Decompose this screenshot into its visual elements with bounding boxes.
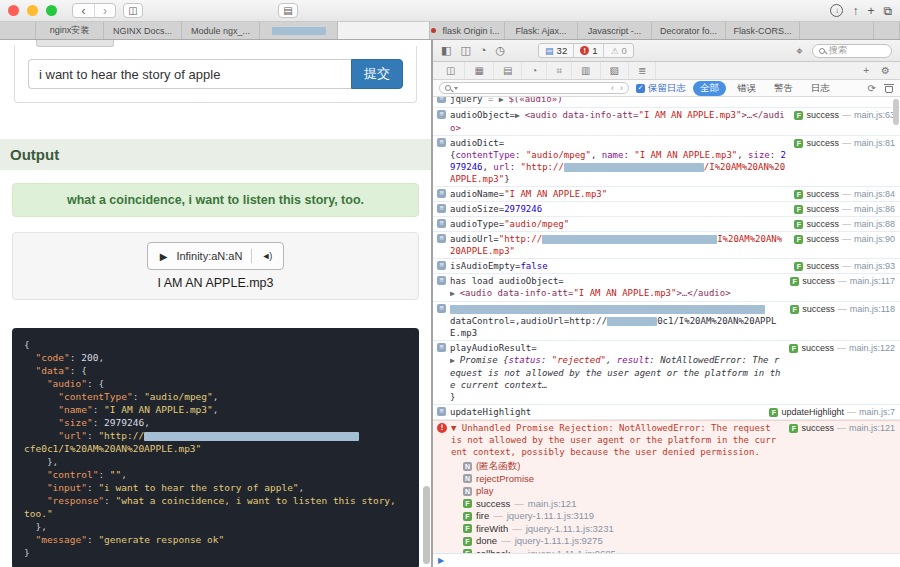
stack-frame[interactable]: FfireWith—jquery-1.11.1.js:3231 <box>463 523 781 536</box>
network-tab-icon[interactable]: ▦ <box>465 62 493 79</box>
browser-tab[interactable]: Javascript -... <box>578 22 652 39</box>
source-link[interactable]: main.js:118 <box>850 303 895 315</box>
console-row[interactable]: ≡audioUrl="http://I%20AM%20AN%20APPLE.mp… <box>433 232 900 259</box>
browser-tab[interactable] <box>800 22 874 39</box>
source-link[interactable]: jquery-1.11.1.js:9685 <box>528 548 616 554</box>
browser-tab[interactable]: Flask: Ajax... <box>505 22 578 39</box>
console-prompt[interactable]: ▶ <box>433 553 900 567</box>
console-row[interactable]: ≡jquery = ▶ $(«audio») <box>433 97 900 108</box>
preserve-log-toggle[interactable]: ✓ 保留日志 <box>636 82 686 95</box>
console-row[interactable]: ≡audioType="audio/mpeg"Fsuccess—main.js:… <box>433 217 900 232</box>
stack-frame[interactable]: Fsuccess—main.js:121 <box>463 498 781 511</box>
debugger-tab-icon[interactable]: ⌗ <box>547 62 572 79</box>
find-previous-icon[interactable]: ‹ <box>611 84 614 93</box>
audio-player[interactable]: ▶ Infinity:aN:aN ◄) <box>147 242 285 270</box>
stack-frame[interactable]: Fcallback—jquery-1.11.1.js:9685 <box>463 548 781 554</box>
filter-pill[interactable]: 错误 <box>730 81 763 96</box>
minimize-window-button[interactable] <box>27 5 38 16</box>
submit-button[interactable]: 提交 <box>351 59 403 89</box>
close-window-button[interactable] <box>8 5 19 16</box>
new-tab-icon[interactable]: + <box>867 5 874 17</box>
page-scrollbar[interactable] <box>423 486 430 564</box>
settings-tab-icon[interactable]: ⚙ <box>875 62 896 79</box>
volume-icon[interactable]: ◄) <box>261 251 271 261</box>
console-row[interactable]: ≡dataControl=,audioUrl=http://0c1/I%20AM… <box>433 302 900 341</box>
browser-tab[interactable]: Flask-CORS... <box>726 22 800 39</box>
source-link[interactable]: jquery-1.11.1.js:3231 <box>526 523 614 536</box>
source-link[interactable]: main.js:90 <box>854 233 895 245</box>
function-icon: F <box>769 408 778 417</box>
tab-overview-icon[interactable]: ⧉ <box>883 5 892 17</box>
browser-tab[interactable] <box>260 22 338 39</box>
browser-tab[interactable] <box>338 22 430 39</box>
browser-tab[interactable]: flask Origin i... <box>430 22 505 39</box>
browser-tab[interactable]: Module ngx_... <box>182 22 260 39</box>
source-link[interactable]: main.js:81 <box>854 137 895 149</box>
filter-pill[interactable]: 全部 <box>693 81 726 96</box>
console-tab-icon[interactable]: ≣ <box>629 62 656 79</box>
new-inspector-tab-icon[interactable]: + <box>857 62 875 79</box>
console-row[interactable]: ≡audioObject=▶ <audio data-info-att="I A… <box>433 108 900 136</box>
find-next-icon[interactable]: › <box>620 84 623 93</box>
stack-frame[interactable]: Fdone—jquery-1.11.1.js:9275 <box>463 535 781 548</box>
play-icon[interactable]: ▶ <box>160 251 168 262</box>
console-search-field[interactable]: ‹ › <box>439 82 629 94</box>
resources-tab-icon[interactable]: ▤ <box>494 62 522 79</box>
console-scrollbar[interactable] <box>893 99 899 125</box>
stack-frame[interactable]: Ffire—jquery-1.11.1.js:3119 <box>463 510 781 523</box>
dock-side-icon[interactable]: ◧ <box>441 45 451 56</box>
console-row[interactable]: ≡playAudioResult=▶ Promise {status: "rej… <box>433 341 900 405</box>
console-row[interactable]: ≡audioName="I AM AN APPLE.mp3"Fsuccess—m… <box>433 187 900 202</box>
source-link[interactable]: main.js:84 <box>854 188 895 200</box>
back-button[interactable]: ‹ <box>73 4 94 17</box>
zoom-window-button[interactable] <box>46 5 57 16</box>
console-row[interactable]: ≡has load audioObject=▶ <audio data-info… <box>433 274 900 302</box>
browser-tab[interactable]: NGINX Docs... <box>104 22 182 39</box>
warning-count-badge[interactable]: ⚠ 0 <box>603 44 632 57</box>
browser-tab[interactable]: nginx安装 <box>36 22 104 39</box>
stack-frame[interactable]: N(匿名函数) <box>463 460 781 473</box>
console-row[interactable]: ≡isAudioEmpty=falseFsuccess—main.js:93 <box>433 259 900 274</box>
stack-frame[interactable]: NrejectPromise <box>463 473 781 486</box>
console-row[interactable]: !▼ Unhandled Promise Rejection: NotAllow… <box>433 420 900 553</box>
extension-button[interactable]: ▤ <box>278 3 298 18</box>
element-picker-icon[interactable]: ⌖ <box>796 45 803 57</box>
console-row[interactable]: ≡audioDict={contentType: "audio/mpeg", n… <box>433 136 900 187</box>
search-placeholder: 搜索 <box>829 44 847 57</box>
source-link[interactable]: main.js:7 <box>859 406 895 418</box>
elements-tab-icon[interactable]: ◫ <box>437 62 465 79</box>
filter-pill[interactable]: 日志 <box>804 81 837 96</box>
source-link[interactable]: main.js:122 <box>849 342 895 354</box>
console-row[interactable]: ≡updateHighlightFupdateHighlight—main.js… <box>433 405 900 420</box>
source-link[interactable]: main.js:117 <box>850 275 895 287</box>
browser-tab[interactable]: Decorator fo... <box>652 22 726 39</box>
refresh-icon[interactable]: ⟳ <box>868 83 876 94</box>
forward-button[interactable]: › <box>94 4 115 17</box>
timelines-tab-icon[interactable]: ◔ <box>522 62 547 79</box>
source-link[interactable]: main.js:63 <box>854 109 895 121</box>
console-row[interactable]: ≡audioSize=2979246Fsuccess—main.js:86 <box>433 202 900 217</box>
source-link[interactable]: jquery-1.11.1.js:3119 <box>507 510 594 523</box>
storage-tab-icon[interactable]: ▥ <box>572 62 600 79</box>
clear-console-icon[interactable] <box>884 83 894 94</box>
inspector-search-field[interactable]: 搜索 <box>812 44 892 58</box>
source-link[interactable]: main.js:121 <box>849 422 895 434</box>
canvas-tab-icon[interactable]: ▧ <box>601 62 629 79</box>
source-link[interactable]: main.js:86 <box>854 203 895 215</box>
stack-frame[interactable]: Nplay <box>463 485 781 498</box>
filter-pill[interactable]: 警告 <box>767 81 800 96</box>
reload-page-icon[interactable]: ◔ <box>480 45 487 56</box>
question-input[interactable] <box>28 59 351 89</box>
source-link[interactable]: main.js:93 <box>854 260 895 272</box>
share-icon[interactable]: ↑ <box>852 5 858 17</box>
timeline-clock-icon[interactable]: ◷ <box>495 45 505 56</box>
dock-bottom-icon[interactable]: ◫ <box>460 45 470 56</box>
downloads-icon[interactable]: ↓ <box>830 4 843 17</box>
sidebar-toggle-button[interactable]: ◫ <box>123 3 143 18</box>
error-count-badge[interactable]: ! 1 <box>573 44 603 57</box>
browser-tab[interactable] <box>874 22 900 39</box>
source-link[interactable]: jquery-1.11.1.js:9275 <box>515 535 603 548</box>
source-link[interactable]: main.js:88 <box>854 218 895 230</box>
log-count-badge[interactable]: ▤ 32 <box>539 44 573 57</box>
source-link[interactable]: main.js:121 <box>528 498 577 511</box>
